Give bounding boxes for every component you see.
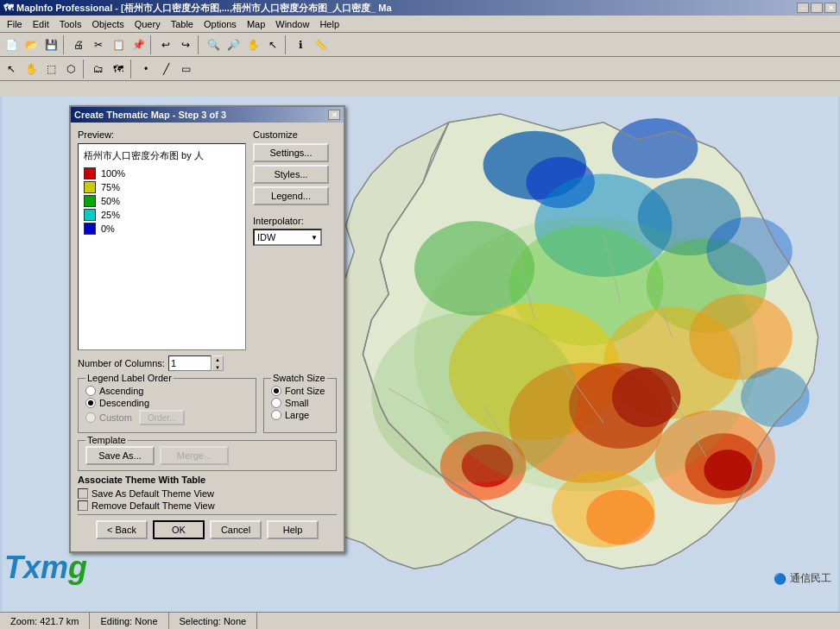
dialog: Create Thematic Map - Step 3 of 3 ✕ Prev… [69,105,345,553]
title-bar-controls[interactable]: ─ □ ✕ [797,3,837,13]
legend-item-label: 0% [101,223,115,234]
menu-item-file[interactable]: File [2,17,28,31]
legend-item-label: 50% [101,196,120,206]
undo-icon[interactable]: ↩ [156,35,175,54]
svg-point-21 [586,490,655,545]
paste-icon[interactable]: 📌 [129,35,148,54]
measure-icon[interactable]: 📏 [311,35,330,54]
info-icon[interactable]: ℹ [291,35,310,54]
small-radio-row: Small [271,398,329,408]
pointer-icon[interactable]: ↖ [2,60,21,79]
ascending-radio-row: Ascending [85,386,249,396]
descending-label: Descending [99,398,149,408]
swatch-size-group: Swatch Size Font Size Small Large [263,378,337,433]
styles-button[interactable]: Styles... [253,165,329,184]
menu-item-edit[interactable]: Edit [28,17,54,31]
save-icon[interactable]: 💾 [41,35,60,54]
logo-accent: g [68,550,87,585]
editing-status: Editing: None [90,613,168,629]
watermark-icon: 🔵 [774,573,786,585]
legend-item: 75% [84,181,240,193]
menu-item-map[interactable]: Map [242,17,270,31]
legend-item-label: 100% [101,168,125,179]
font-size-label: Font Size [285,386,325,396]
menu-item-table[interactable]: Table [166,17,199,31]
dialog-title-text: Create Thematic Map - Step 3 of 3 [74,110,226,120]
pan2-icon[interactable]: ✋ [22,60,41,79]
preview-title: 梧州市人口密度分布图 by 人 [84,149,240,162]
legend-order-label: Legend Label Order [85,373,174,383]
legend-item: 25% [84,209,240,221]
draw-rect-icon[interactable]: ▭ [176,60,195,79]
template-label: Template [85,435,128,445]
menu-item-help[interactable]: Help [314,17,344,31]
ok-button[interactable]: OK [153,520,205,539]
legend-items: 100%75%50%25%0% [84,167,240,235]
columns-input[interactable]: 1 [168,355,212,371]
help-button[interactable]: Help [267,520,319,539]
draw-point-icon[interactable]: • [136,60,155,79]
legend-color-swatch [84,167,96,179]
menu-bar: FileEditToolsObjectsQueryTableOptionsMap… [0,16,840,33]
dialog-close-button[interactable]: ✕ [328,110,340,120]
map-icon[interactable]: 🗺 [109,60,128,79]
svg-point-25 [741,367,810,427]
descending-radio[interactable] [85,398,96,408]
redo-icon[interactable]: ↪ [176,35,195,54]
save-default-checkbox[interactable] [78,488,88,499]
order-button[interactable]: Order... [139,410,185,425]
legend-color-swatch [84,195,96,207]
large-label: Large [285,410,309,420]
zoom-in-icon[interactable]: 🔍 [204,35,223,54]
interpolator-value: IDW [257,232,275,242]
new-icon[interactable]: 📄 [2,35,21,54]
spin-down-icon: ▼ [212,364,223,372]
ascending-radio[interactable] [85,386,96,396]
layer-icon[interactable]: 🗂 [89,60,108,79]
sep4 [285,35,288,54]
legend-item-label: 25% [101,210,120,220]
interpolator-section: Interpolator: IDW ▼ [253,216,335,246]
cancel-button[interactable]: Cancel [210,520,262,539]
close-window-button[interactable]: ✕ [824,3,837,13]
menu-item-objects[interactable]: Objects [86,17,129,31]
cut-icon[interactable]: ✂ [89,35,108,54]
columns-row: Number of Columns: 1 ▲ ▼ [78,355,337,371]
title-bar: 🗺 MapInfo Professional - [梧州市人口密度分布图,...… [0,0,840,16]
zoom-out-icon[interactable]: 🔎 [224,35,243,54]
pan-icon[interactable]: ✋ [243,35,262,54]
custom-radio-row: Custom Order... [85,410,249,425]
print-icon[interactable]: 🖨 [69,35,88,54]
legend-button[interactable]: Legend... [253,186,329,205]
large-radio[interactable] [271,410,281,420]
menu-item-query[interactable]: Query [129,17,166,31]
menu-item-tools[interactable]: Tools [54,17,87,31]
remove-default-checkbox[interactable] [78,500,88,511]
settings-button[interactable]: Settings... [253,143,329,162]
main-content: Create Thematic Map - Step 3 of 3 ✕ Prev… [0,97,840,612]
open-icon[interactable]: 📂 [22,35,41,54]
columns-spin-button[interactable]: ▲ ▼ [212,355,224,371]
draw-line-icon[interactable]: ╱ [156,60,175,79]
copy-icon[interactable]: 📋 [109,35,128,54]
font-size-radio[interactable] [271,386,281,396]
descending-radio-row: Descending [85,398,249,408]
columns-label: Number of Columns: [78,358,165,368]
custom-radio[interactable] [85,412,96,423]
back-button[interactable]: < Back [96,520,148,539]
swatch-size-label: Swatch Size [271,373,327,383]
maximize-button[interactable]: □ [811,3,823,13]
small-radio[interactable] [271,398,281,408]
select-icon[interactable]: ↖ [263,35,282,54]
minimize-button[interactable]: ─ [797,3,809,13]
save-as-button[interactable]: Save As... [85,446,155,465]
menu-item-options[interactable]: Options [199,17,242,31]
interpolator-dropdown[interactable]: IDW ▼ [253,229,322,246]
large-radio-row: Large [271,410,329,420]
menu-item-window[interactable]: Window [270,17,314,31]
merge-button[interactable]: Merge... [160,446,229,465]
marquee-icon[interactable]: ⬚ [41,60,60,79]
toolbar-1: 📄 📂 💾 🖨 ✂ 📋 📌 ↩ ↪ 🔍 🔎 ✋ ↖ ℹ 📏 [0,33,840,57]
legend-label-order-group: Legend Label Order Ascending Descending … [78,378,256,433]
polygon-icon[interactable]: ⬡ [61,60,80,79]
